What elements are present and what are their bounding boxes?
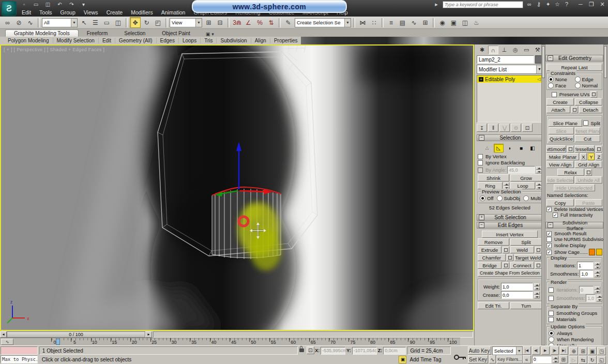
- menu-item[interactable]: Modifiers: [127, 9, 157, 16]
- search-input[interactable]: [443, 1, 523, 8]
- isoline-display-checkbox[interactable]: [546, 243, 552, 248]
- msmooth-settings-button[interactable]: [567, 146, 574, 153]
- hide-selected-button[interactable]: Hide Selected: [546, 176, 574, 184]
- render-iterations-field[interactable]: 0: [579, 286, 594, 294]
- absolute-mode-toggle-icon[interactable]: ⊡: [307, 346, 314, 354]
- extrude-button[interactable]: Extrude: [478, 246, 501, 253]
- expand-icon[interactable]: +: [479, 77, 483, 82]
- quickslice-button[interactable]: QuickSlice: [549, 135, 574, 142]
- selection-lock-icon[interactable]: [299, 348, 304, 352]
- grid-align-button[interactable]: Grid Align: [575, 161, 602, 168]
- ribbon-subtab[interactable]: Align: [251, 38, 270, 43]
- copy-button[interactable]: Copy: [546, 199, 574, 206]
- field-of-view-icon[interactable]: ▷: [569, 356, 578, 364]
- communication-icon[interactable]: ✦: [544, 1, 552, 8]
- rollout-subdivision-surface-header[interactable]: − Subdivision Surface: [545, 222, 603, 229]
- key-filters-button[interactable]: Key Filters...: [497, 355, 523, 363]
- next-frame-button[interactable]: |▶: [551, 346, 559, 355]
- crease-spinner[interactable]: [534, 292, 540, 298]
- tab-motion[interactable]: ◎: [510, 46, 521, 54]
- smoothing-groups-checkbox[interactable]: [549, 311, 554, 316]
- close-button[interactable]: ✕: [599, 1, 606, 8]
- ribbon-subtab[interactable]: Geometry (All): [115, 38, 156, 43]
- listener-script-line[interactable]: Max to Physc.: [1, 355, 38, 363]
- rollout-edit-edges-header[interactable]: − Edit Edges: [477, 222, 543, 229]
- undo-icon[interactable]: ↶: [55, 1, 64, 8]
- by-angle-row[interactable]: By Angle: 45,0: [478, 166, 542, 174]
- weight-spinner[interactable]: [534, 283, 540, 290]
- repeat-last-button[interactable]: Repeat Last: [546, 64, 602, 71]
- menu-item[interactable]: Tools: [35, 9, 56, 16]
- restore-button[interactable]: ❐: [588, 1, 595, 8]
- make-planar-button[interactable]: Make Planar: [546, 153, 579, 160]
- by-vertex-checkbox[interactable]: [478, 154, 483, 159]
- curve-editor-icon[interactable]: ∿: [408, 17, 419, 28]
- smooth-result-checkbox[interactable]: [546, 231, 552, 236]
- view-align-button[interactable]: View Align: [546, 161, 574, 168]
- orbit-icon[interactable]: ↻: [588, 356, 597, 364]
- make-unique-icon[interactable]: ⋁: [499, 124, 510, 132]
- pan-icon[interactable]: ⇆: [579, 356, 587, 364]
- zoom-all-icon[interactable]: ⊞: [579, 347, 587, 355]
- use-nurms-checkbox[interactable]: [546, 237, 552, 242]
- track-bar[interactable]: ∿ 05101520253035404550556065707580859095…: [0, 338, 460, 346]
- ribbon-subtab[interactable]: Modify Selection: [53, 38, 99, 43]
- ribbon-tab[interactable]: Object Paint: [154, 30, 198, 37]
- schematic-view-icon[interactable]: ⊞: [420, 17, 431, 28]
- graphite-ribbon-icon[interactable]: ▤: [397, 17, 408, 28]
- tab-hierarchy[interactable]: ⊥: [499, 46, 510, 54]
- smoothing-groups-row[interactable]: Smoothing Groups: [549, 310, 600, 316]
- snaps-toggle-icon[interactable]: 3⋒: [232, 17, 242, 28]
- show-end-result-icon[interactable]: ‖: [488, 124, 498, 132]
- by-angle-checkbox[interactable]: [478, 168, 483, 173]
- selection-lock-toggle[interactable]: ▣: [399, 356, 406, 363]
- go-to-end-button[interactable]: ▶|: [560, 346, 568, 355]
- previous-frame-arrow[interactable]: ◂: [0, 331, 7, 338]
- rollout-selection-header[interactable]: − Selection: [477, 134, 543, 141]
- bridge-button[interactable]: Bridge: [478, 262, 501, 269]
- hide-unselected-button[interactable]: Hide Unselected: [554, 184, 595, 191]
- ribbon-subtab[interactable]: Loops: [179, 38, 201, 43]
- tessellate-button[interactable]: Tessellate: [575, 145, 595, 153]
- polygon-icon[interactable]: ■: [516, 144, 526, 153]
- edge-icon[interactable]: ◺: [494, 144, 504, 153]
- open-mini-curve-editor-button[interactable]: ∿: [1, 339, 13, 345]
- render-smoothness-checkbox[interactable]: [549, 296, 554, 301]
- detach-button[interactable]: Detach: [579, 106, 603, 113]
- set-key-button[interactable]: Set Key: [468, 355, 489, 363]
- reset-plane-button[interactable]: Reset Plane: [575, 127, 600, 134]
- slice-plane-button[interactable]: Slice Plane: [549, 119, 582, 127]
- x-coordinate-field[interactable]: -535,995cm: [321, 347, 345, 355]
- ribbon-tab[interactable]: Selection: [116, 30, 154, 37]
- search-icon[interactable]: ∞: [526, 1, 533, 8]
- display-smoothness-field[interactable]: 1,0: [580, 270, 594, 278]
- update-option-radio[interactable]: When Rendering: [549, 337, 600, 342]
- axis-button[interactable]: X: [580, 153, 587, 160]
- open-file-icon[interactable]: ▭: [32, 1, 40, 8]
- smooth-result-row[interactable]: Smooth Result: [546, 231, 602, 236]
- by-angle-field[interactable]: 45,0: [507, 166, 535, 174]
- preview-radio[interactable]: Off: [480, 195, 494, 201]
- tab-display[interactable]: ▭: [521, 46, 532, 54]
- menu-item[interactable]: Edit: [18, 9, 35, 16]
- rollout-soft-selection-header[interactable]: + Soft Selection: [477, 214, 543, 221]
- next-frame-arrow[interactable]: ▸: [145, 331, 152, 338]
- loop-button[interactable]: Loop: [510, 182, 535, 189]
- weight-field[interactable]: 1,0: [501, 283, 533, 291]
- vertex-icon[interactable]: ∴: [482, 144, 492, 153]
- crease-field[interactable]: 0,0: [501, 291, 533, 299]
- constraint-radio[interactable]: Face: [548, 83, 574, 88]
- ring-button[interactable]: Ring: [478, 182, 503, 189]
- layer-manager-icon[interactable]: ≡: [386, 17, 397, 28]
- rollout-edit-geometry-header[interactable]: − Edit Geometry: [545, 55, 603, 62]
- menu-item[interactable]: Animation: [157, 9, 190, 16]
- angle-snap-icon[interactable]: ∠: [243, 17, 254, 28]
- chamfer-button[interactable]: Chamfer: [478, 254, 506, 261]
- zoom-icon[interactable]: ⊕: [569, 347, 578, 355]
- time-configuration-icon[interactable]: ⊞: [559, 355, 568, 363]
- help-icon[interactable]: ?: [563, 1, 570, 8]
- turn-button[interactable]: Turn: [510, 302, 542, 309]
- pin-stack-icon[interactable]: ↧: [477, 124, 487, 132]
- render-smoothness-spinner[interactable]: [597, 295, 602, 301]
- key-mode-toggle[interactable]: «: [523, 355, 531, 363]
